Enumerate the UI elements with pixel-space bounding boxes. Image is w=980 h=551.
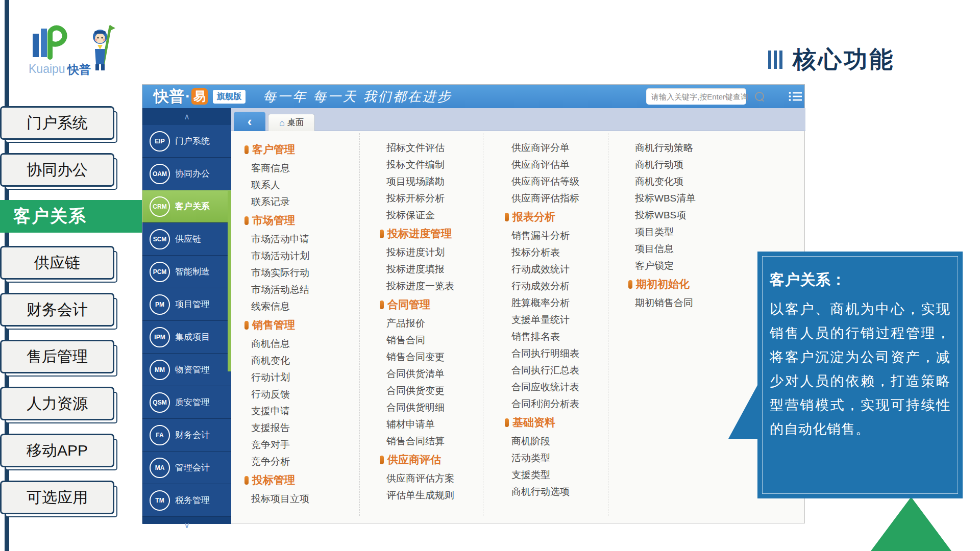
menu-item[interactable]: 合同执行明细表 xyxy=(505,345,612,362)
menu-item[interactable]: 供应商评估等级 xyxy=(505,173,612,190)
menu-item[interactable]: 商机阶段 xyxy=(505,433,612,449)
sidebar-module-scm[interactable]: SCM供应链 xyxy=(142,223,231,256)
menu-item[interactable]: 线索信息 xyxy=(244,298,352,315)
menu-item[interactable]: 行动反馈 xyxy=(244,386,352,403)
menu-item[interactable]: 投标进度一览表 xyxy=(380,278,487,294)
sidebar-module-ma[interactable]: MA管理会计 xyxy=(142,452,231,484)
sidebar-module-pm[interactable]: PM项目管理 xyxy=(142,288,231,321)
menu-item[interactable]: 胜算概率分析 xyxy=(505,294,612,311)
menu-item[interactable]: 合同利润分析表 xyxy=(505,395,612,412)
left-nav-button[interactable]: 可选应用 xyxy=(0,481,114,514)
menu-category-header[interactable]: 报表分析 xyxy=(505,208,612,226)
menu-item[interactable]: 销售合同变更 xyxy=(380,348,487,365)
menu-item[interactable]: 供应商评估单 xyxy=(505,156,612,173)
sidebar-scroll-down[interactable]: ∨ xyxy=(142,517,231,534)
menu-category-header[interactable]: 期初初始化 xyxy=(628,276,736,293)
menu-category-header[interactable]: 市场管理 xyxy=(244,212,352,229)
menu-category-header[interactable]: 供应商评估 xyxy=(380,451,487,468)
menu-item[interactable]: 支援申请 xyxy=(244,403,352,419)
sidebar-module-crm[interactable]: CRM客户关系 xyxy=(142,190,231,223)
menu-item[interactable]: 产品报价 xyxy=(380,315,487,332)
sidebar-scroll-up[interactable]: ∧ xyxy=(142,108,231,125)
menu-item[interactable]: 销售合同 xyxy=(380,332,487,348)
search-input[interactable] xyxy=(646,92,755,101)
left-nav-button[interactable]: 售后管理 xyxy=(0,340,114,373)
left-nav-button[interactable]: 移动APP xyxy=(0,434,114,467)
left-nav-button[interactable]: 财务会计 xyxy=(0,293,114,327)
menu-item[interactable]: 商机行动策略 xyxy=(628,139,736,156)
menu-item[interactable]: 项目类型 xyxy=(628,223,736,240)
menu-item[interactable]: 竞争对手 xyxy=(244,436,352,453)
menu-item[interactable]: 销售漏斗分析 xyxy=(505,227,612,244)
left-nav-button[interactable]: 协同办公 xyxy=(0,153,114,187)
back-button[interactable]: ‹ xyxy=(234,112,265,131)
sidebar-module-eip[interactable]: EIP门户系统 xyxy=(142,125,231,158)
menu-item[interactable]: 投标分析表 xyxy=(505,244,612,261)
left-nav-button[interactable]: 人力资源 xyxy=(0,387,114,420)
left-nav-button[interactable]: 客户关系 xyxy=(0,200,142,233)
menu-category-header[interactable]: 投标进度管理 xyxy=(380,225,487,242)
sidebar-module-tm[interactable]: TM税务管理 xyxy=(142,484,231,517)
menu-item[interactable]: 投标保证金 xyxy=(380,207,487,223)
menu-item[interactable]: 行动计划 xyxy=(244,369,352,386)
menu-item[interactable]: 市场活动申请 xyxy=(244,231,352,247)
menu-item[interactable]: 支援单量统计 xyxy=(505,311,612,328)
menu-category-header[interactable]: 合同管理 xyxy=(380,296,487,313)
menu-item[interactable]: 行动成效分析 xyxy=(505,278,612,294)
menu-item[interactable]: 合同供货变更 xyxy=(380,382,487,399)
menu-item[interactable]: 竞争分析 xyxy=(244,453,352,470)
menu-item[interactable]: 市场活动总结 xyxy=(244,281,352,298)
sidebar-module-qsm[interactable]: QSM质安管理 xyxy=(142,386,231,419)
menu-item[interactable]: 商机信息 xyxy=(244,335,352,352)
menu-item[interactable]: 联系记录 xyxy=(244,193,352,210)
search-icon[interactable] xyxy=(755,92,764,101)
menu-item[interactable]: 项目现场踏勘 xyxy=(380,173,487,190)
menu-item[interactable]: 供应商评估方案 xyxy=(380,470,487,487)
sidebar-module-ipm[interactable]: IPM集成项目 xyxy=(142,321,231,354)
menu-item[interactable]: 招标文件评估 xyxy=(380,139,487,156)
menu-item[interactable]: 支援类型 xyxy=(505,466,612,483)
menu-item[interactable]: 商机变化 xyxy=(244,352,352,369)
menu-item[interactable]: 联系人 xyxy=(244,177,352,193)
menu-item[interactable]: 投标开标分析 xyxy=(380,190,487,207)
menu-category-header[interactable]: 基础资料 xyxy=(505,414,612,431)
menu-item[interactable]: 投标进度填报 xyxy=(380,261,487,278)
tab-desktop[interactable]: ⌂ 桌面 xyxy=(268,114,315,131)
menu-item[interactable]: 市场活动计划 xyxy=(244,247,352,264)
menu-category-header[interactable]: 客户管理 xyxy=(244,141,352,158)
menu-item[interactable]: 供应商评分单 xyxy=(505,139,612,156)
menu-item[interactable]: 客商信息 xyxy=(244,160,352,177)
menu-category-header[interactable]: 投标管理 xyxy=(244,471,352,489)
left-nav-button[interactable]: 门户系统 xyxy=(0,106,114,140)
sidebar-module-fa[interactable]: FA财务会计 xyxy=(142,419,231,452)
menu-item[interactable]: 辅材申请单 xyxy=(380,416,487,433)
menu-item[interactable]: 供应商评估指标 xyxy=(505,190,612,207)
menu-item[interactable]: 合同供货清单 xyxy=(380,365,487,382)
menu-item[interactable]: 合同供货明细 xyxy=(380,399,487,416)
menu-item[interactable]: 商机变化项 xyxy=(628,173,736,190)
list-menu-icon[interactable] xyxy=(789,91,802,102)
menu-item[interactable]: 行动成效统计 xyxy=(505,261,612,278)
menu-item[interactable]: 支援报告 xyxy=(244,419,352,436)
sidebar-module-oam[interactable]: OAM协同办公 xyxy=(142,158,231,190)
menu-item[interactable]: 市场实际行动 xyxy=(244,264,352,281)
menu-item[interactable]: 合同应收统计表 xyxy=(505,379,612,395)
menu-item[interactable]: 客户锁定 xyxy=(628,257,736,274)
menu-item[interactable]: 项目信息 xyxy=(628,240,736,257)
menu-item[interactable]: 销售排名表 xyxy=(505,328,612,345)
sidebar-module-mm[interactable]: MM物资管理 xyxy=(142,354,231,386)
menu-item[interactable]: 商机行动项 xyxy=(628,156,736,173)
menu-item[interactable]: 期初销售合同 xyxy=(628,294,736,311)
left-nav-button[interactable]: 供应链 xyxy=(0,246,114,280)
menu-item[interactable]: 投标项目立项 xyxy=(244,490,352,507)
menu-item[interactable]: 投标进度计划 xyxy=(380,244,487,261)
menu-item[interactable]: 销售合同结算 xyxy=(380,433,487,449)
menu-item[interactable]: 商机行动选项 xyxy=(505,483,612,500)
menu-category-header[interactable]: 销售管理 xyxy=(244,316,352,334)
menu-item[interactable]: 投标WBS清单 xyxy=(628,190,736,207)
sidebar-module-pcm[interactable]: PCM智能制造 xyxy=(142,256,231,288)
menu-item[interactable]: 活动类型 xyxy=(505,449,612,466)
menu-item[interactable]: 投标WBS项 xyxy=(628,207,736,223)
menu-item[interactable]: 投标文件编制 xyxy=(380,156,487,173)
menu-item[interactable]: 合同执行汇总表 xyxy=(505,362,612,379)
